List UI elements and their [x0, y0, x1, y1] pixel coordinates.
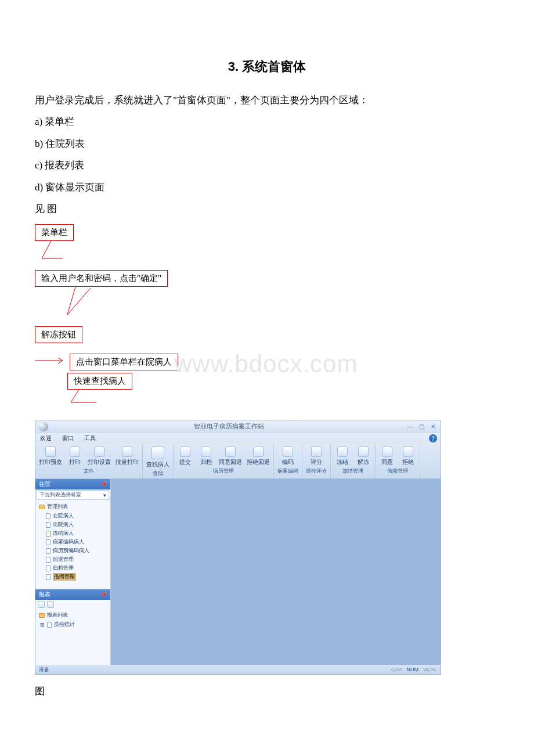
freeze-button[interactable]: 冻结: [334, 447, 351, 466]
label: 打印: [69, 458, 81, 466]
ribbon-group-qc: 评分 质控评分: [302, 444, 331, 478]
menu-tools[interactable]: 工具: [84, 434, 96, 442]
status-scrl: SCRL: [423, 667, 437, 672]
list-item-a: a) 菜单栏: [35, 111, 499, 132]
ribbon-group-borrow: 同意 拒绝 借阅管理: [376, 444, 420, 478]
score-button[interactable]: 评分: [308, 447, 324, 466]
menu-window[interactable]: 窗口: [62, 434, 74, 442]
pin-icon[interactable]: 📌: [100, 481, 107, 487]
tree-item-archive[interactable]: 归档管理: [46, 564, 108, 573]
batch-print-button[interactable]: 批量打印: [116, 447, 139, 466]
tree-item-frozen[interactable]: 冻结病人: [46, 529, 108, 538]
help-icon[interactable]: ?: [429, 434, 437, 442]
main-display-area: [111, 479, 441, 665]
print-preview-icon: [45, 447, 56, 457]
unfreeze-button[interactable]: 解冻: [355, 447, 371, 466]
label: 冻结: [337, 458, 348, 466]
reject-icon: [403, 447, 413, 457]
score-icon: [311, 447, 322, 457]
approve-icon: [382, 447, 392, 457]
label: 打印设置: [88, 458, 111, 466]
submit-button[interactable]: 提交: [177, 447, 193, 466]
report-panel-header[interactable]: 报表 📌: [35, 589, 110, 600]
label: 管理列表: [47, 503, 68, 510]
label: 归档: [200, 458, 212, 466]
print-icon: [70, 447, 80, 457]
dept-dropdown[interactable]: 下拉列表选择科室 ▾: [37, 490, 109, 500]
label: 归档管理: [53, 564, 74, 572]
approve-icon: [225, 447, 236, 457]
label: 同意回退: [219, 458, 242, 466]
print-preview-button[interactable]: 打印预览: [39, 447, 62, 466]
doc-icon: [46, 557, 50, 563]
submit-icon: [180, 447, 190, 457]
window-title: 智业电子病历病案工作站: [52, 422, 406, 431]
doc-icon: [46, 566, 50, 571]
label: 打印预览: [39, 458, 62, 466]
section-heading: 3. 系统首窗体: [35, 58, 499, 75]
toolbar-icon[interactable]: [38, 601, 45, 608]
callout-click-inpatient: 点击窗口菜单栏在院病人: [70, 354, 178, 370]
reject-icon: [253, 447, 264, 457]
status-ready: 准备: [39, 666, 49, 674]
ribbon-group-label: 文件: [84, 467, 94, 475]
menu-welcome[interactable]: 欢迎: [40, 434, 52, 442]
ribbon-group-label: 借阅管理: [387, 467, 408, 475]
folder-icon: [39, 505, 45, 509]
expand-icon[interactable]: ⊞: [40, 622, 45, 628]
search-icon: [151, 447, 164, 459]
status-cap: CAP: [391, 667, 402, 672]
find-patient-button[interactable]: 查找病人: [146, 447, 169, 469]
ribbon-group-find: 查找病人 查找: [143, 444, 174, 478]
tree-item-coded[interactable]: 病案编码病人: [46, 538, 108, 546]
ribbon-group-freeze: 冻结 解冻 冻结管理: [331, 444, 376, 478]
toolbar-icon[interactable]: [47, 601, 54, 608]
tree-root[interactable]: 管理列表: [39, 503, 108, 510]
list-item-c: c) 报表列表: [35, 154, 499, 176]
label: 拒绝回退: [247, 458, 270, 466]
print-settings-icon: [94, 447, 104, 457]
approve-borrow-button[interactable]: 同意: [379, 447, 395, 466]
folder-icon: [39, 613, 45, 618]
tree-root[interactable]: 报表列表: [39, 611, 108, 619]
see-figure: 见 图: [35, 198, 499, 219]
doc-icon: [46, 539, 50, 545]
approve-rollback-button[interactable]: 同意回退: [219, 447, 242, 466]
tree-item-rollback[interactable]: 回退管理: [46, 555, 108, 564]
label: 批量打印: [116, 458, 139, 466]
ribbon-group-code: 编码 病案编码: [274, 444, 302, 478]
callout-tail-icon: [35, 287, 104, 319]
tree-item-inpatient[interactable]: 在院病人: [46, 512, 108, 520]
code-button[interactable]: 编码: [280, 447, 296, 466]
report-panel: 报表 📌 报表列表 ⊞质控统计: [35, 589, 110, 665]
minimize-button[interactable]: —: [406, 423, 414, 431]
close-button[interactable]: ✕: [429, 423, 437, 431]
report-tree: 报表列表 ⊞质控统计: [35, 609, 110, 665]
callout-arrow-icon: [35, 354, 70, 368]
print-button[interactable]: 打印: [67, 447, 83, 466]
ribbon-group-label: 病历管理: [213, 467, 234, 475]
doc-icon: [46, 548, 50, 554]
label: 下拉列表选择科室: [39, 491, 81, 499]
label: 住院: [39, 480, 50, 488]
tree-item-precoded[interactable]: 病历预编码病人: [46, 546, 108, 555]
doc-icon: [46, 513, 50, 519]
freeze-icon: [337, 447, 348, 457]
print-settings-button[interactable]: 打印设置: [88, 447, 111, 466]
tree-item-discharged[interactable]: 出院病人: [46, 520, 108, 529]
inpatient-panel-header[interactable]: 住院 📌: [35, 479, 110, 489]
label: 病案编码病人: [53, 538, 84, 546]
pin-icon[interactable]: 📌: [100, 592, 107, 597]
callout-tail-icon: [67, 390, 137, 405]
intro-text: 用户登录完成后，系统就进入了"首窗体页面"，整个页面主要分为四个区域：: [35, 89, 499, 111]
app-window: 智业电子病历病案工作站 — ▢ ✕ 欢迎 窗口 工具 ? 打印预览 打印 打印设…: [35, 420, 441, 675]
workspace: 住院 📌 下拉列表选择科室 ▾ 管理列表 在院病人 出院病人 冻结病人 病案编码…: [35, 479, 441, 665]
management-tree: 管理列表 在院病人 出院病人 冻结病人 病案编码病人 病历预编码病人 回退管理 …: [35, 501, 110, 577]
maximize-button[interactable]: ▢: [417, 423, 425, 431]
code-icon: [283, 447, 293, 457]
archive-button[interactable]: 归档: [198, 447, 214, 466]
reject-borrow-button[interactable]: 拒绝: [400, 447, 416, 466]
tree-item-qc-stats[interactable]: ⊞质控统计: [46, 620, 108, 629]
archive-icon: [201, 447, 211, 457]
reject-rollback-button[interactable]: 拒绝回退: [247, 447, 270, 466]
